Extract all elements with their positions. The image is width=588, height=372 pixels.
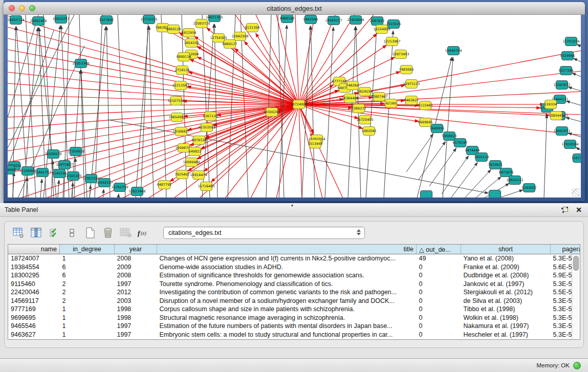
network-node[interactable]: 16154808 [373, 25, 390, 34]
network-node[interactable]: 1085441 [549, 112, 564, 120]
network-node[interactable]: 9699695 [418, 118, 433, 127]
float-panel-icon[interactable] [561, 207, 568, 213]
column-header-year[interactable]: year [115, 245, 157, 254]
close-panel-icon[interactable]: ✕ [576, 206, 582, 213]
new-document-button[interactable] [83, 226, 97, 239]
table-scrollbar-thumb[interactable] [573, 256, 579, 271]
network-node[interactable]: 9115460 [418, 101, 433, 110]
network-node[interactable]: 14671355 [206, 15, 223, 22]
network-node[interactable]: 22420046 [347, 16, 364, 25]
network-node[interactable]: 8460127 [223, 40, 237, 49]
network-node[interactable]: 1167335 [572, 154, 581, 163]
network-hub-node[interactable]: 18724007 [290, 100, 307, 109]
network-node[interactable]: 5912954 [182, 29, 197, 37]
table-row[interactable]: 1456911722003Disruption of a novel membe… [8, 297, 580, 305]
network-node[interactable]: 62160 [385, 99, 397, 108]
column-header-short[interactable]: short [461, 245, 551, 254]
delete-table-button[interactable] [119, 226, 133, 239]
network-node[interactable]: 746266 [346, 81, 359, 90]
trash-button[interactable] [101, 226, 115, 239]
table-settings-button[interactable] [12, 226, 25, 239]
column-header-pagerank[interactable]: pagerank [551, 245, 581, 254]
network-node[interactable]: 19166827 [172, 127, 189, 136]
network-node[interactable]: 17016504 [561, 140, 578, 149]
network-node[interactable]: 7625402 [175, 170, 190, 179]
network-node[interactable]: 12505185 [64, 172, 81, 181]
network-node[interactable]: 9463627 [404, 96, 419, 105]
network-node[interactable]: 9487791 [157, 181, 172, 189]
network-node[interactable]: 12442757 [34, 168, 51, 177]
network-node[interactable]: 549822 [189, 147, 202, 156]
table-row[interactable]: 946362711997Embryonic stem cells: a mode… [8, 331, 580, 339]
table-row[interactable]: 1938455462009Genome-wide association stu… [8, 263, 580, 272]
network-node[interactable]: 10654112 [506, 176, 523, 185]
network-node[interactable]: 20691406 [30, 17, 47, 26]
network-node[interactable]: 159334 [545, 100, 557, 109]
column-header-in_degree[interactable]: in_degree [60, 245, 115, 254]
splitter-grip-icon[interactable]: ▴ [291, 203, 293, 207]
network-node[interactable]: 10975887 [56, 161, 73, 169]
network-node[interactable]: 1513445 [308, 140, 323, 148]
network-node[interactable]: 21053346 [72, 59, 89, 68]
network-node[interactable]: 10655257 [52, 15, 69, 24]
network-node[interactable]: 12353593 [198, 123, 215, 132]
network-node[interactable]: 1640955 [430, 124, 445, 133]
network-node[interactable]: 16648784 [445, 47, 462, 55]
network-node[interactable]: 10107553 [167, 97, 184, 105]
network-node[interactable]: 1062045 [362, 127, 377, 136]
network-node[interactable]: 20206570 [45, 150, 61, 159]
network-node[interactable]: 7632621 [488, 161, 503, 169]
network-node[interactable]: 16914479 [190, 171, 207, 180]
network-node[interactable]: 16720405 [356, 116, 373, 124]
table-row[interactable]: 1830029562008Estimation of significance … [8, 271, 580, 280]
network-node[interactable]: 10807467 [371, 93, 387, 101]
table-row[interactable]: 946554611997Estimation of the future num… [8, 322, 580, 331]
network-node[interactable]: 26364486 [341, 94, 358, 103]
table-row[interactable]: 977716911998Corpus callosum shape and si… [8, 305, 580, 314]
window-titlebar[interactable]: citations_edges.txt [4, 2, 585, 15]
network-node[interactable]: 12093872 [553, 81, 570, 90]
network-node[interactable]: 18300295 [263, 108, 280, 117]
window-resize-grip[interactable] [572, 188, 580, 196]
network-node[interactable]: 7386372 [352, 104, 366, 113]
table-column-button[interactable] [30, 226, 43, 239]
table-panel-header[interactable]: ▴ Table Panel ✕ [0, 203, 588, 217]
network-node[interactable]: 15692971 [553, 127, 570, 136]
network-node[interactable]: 8267130 [203, 112, 218, 121]
column-header-out_de[interactable]: △ out_de... [417, 245, 461, 254]
network-node[interactable]: 15716485 [198, 182, 214, 191]
select-columns-button[interactable] [48, 226, 61, 239]
network-node[interactable]: 9890134 [177, 53, 191, 61]
column-header-title[interactable]: title [157, 245, 417, 254]
network-canvas-container[interactable]: 2405572420691406106552571527602107191551… [8, 15, 581, 198]
network-node[interactable] [421, 191, 432, 198]
network-node[interactable]: 19654982 [168, 113, 185, 122]
network-node[interactable]: 7485063 [399, 65, 414, 74]
rows-button[interactable] [66, 226, 79, 239]
network-node[interactable]: 9227349 [559, 67, 574, 75]
network-node[interactable]: 15842508 [231, 32, 248, 41]
network-node[interactable]: 10973493 [392, 50, 409, 59]
network-node[interactable]: 3824554 [358, 87, 373, 96]
network-node[interactable]: 1654338 [184, 39, 199, 48]
network-node[interactable]: 16782759 [111, 183, 128, 192]
network-node[interactable]: 17359928 [67, 147, 84, 156]
network-node[interactable]: 2718126 [175, 66, 190, 75]
function-button[interactable]: f(x) [137, 226, 150, 239]
network-node[interactable]: 8878334 [192, 136, 207, 145]
table-row[interactable]: 1872400712008Changes of HCN gene express… [8, 254, 580, 263]
network-node[interactable]: 15751074 [562, 37, 579, 46]
network-node[interactable] [489, 190, 501, 198]
network-node[interactable]: 2087652 [370, 17, 385, 26]
network-node[interactable]: 22083728 [193, 19, 210, 28]
network-node[interactable]: 8131304 [245, 24, 260, 32]
network-node[interactable]: 8466160 [280, 15, 295, 23]
network-node[interactable]: 9329966 [560, 52, 575, 60]
table-row[interactable]: 969969511998Structural magnetic resonanc… [8, 314, 580, 322]
network-table-select[interactable]: citations_edges.txt [163, 227, 365, 239]
network-node[interactable]: 12213967 [383, 37, 400, 46]
network-node[interactable]: 1527602 [99, 16, 114, 25]
network-node[interactable]: 9245052 [522, 184, 537, 192]
memory-status-indicator[interactable] [573, 362, 581, 369]
table-scrollbar[interactable] [572, 254, 580, 339]
